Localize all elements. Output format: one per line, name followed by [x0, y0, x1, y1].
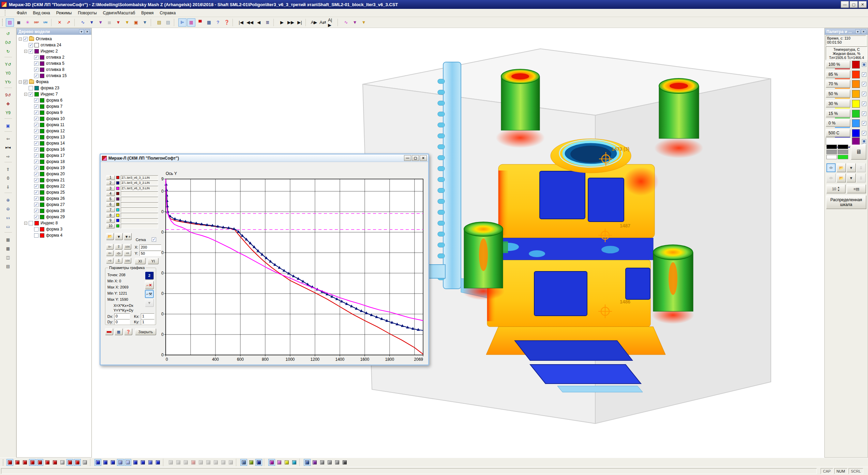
legend-file-field[interactable]	[121, 218, 158, 223]
viewport-3d[interactable]: 1473 (3)14871486 Мираж-Л (СКМ ЛП "Полиго…	[92, 28, 824, 458]
scene-object-toggle-icon[interactable]	[283, 459, 290, 466]
chart-minimize-button[interactable]: —	[404, 155, 411, 161]
move-xyz-icon[interactable]: ✥	[4, 100, 12, 108]
tree-item-row[interactable]: ✓отливка 8	[17, 66, 91, 73]
tree-checkbox[interactable]: ✓	[34, 147, 39, 152]
tree-checkbox[interactable]: ✓	[29, 49, 33, 54]
tree-checkbox[interactable]	[34, 233, 39, 238]
legend-file-field[interactable]	[121, 224, 158, 228]
fit-x-button[interactable]: XΙ	[135, 258, 146, 264]
palette-level-button[interactable]: 500 C	[826, 129, 850, 137]
palette-checkbox[interactable]: ✓	[862, 82, 866, 86]
scene-object-toggle-icon[interactable]	[240, 459, 247, 466]
scene-object-toggle-icon[interactable]	[51, 459, 58, 466]
tree-item-row[interactable]: ✓отливка 5	[17, 60, 91, 66]
legend-series-button[interactable]: 7	[106, 207, 115, 212]
save-curve-icon[interactable]: ▼	[351, 18, 359, 27]
rotate-90-icon[interactable]: 9↺	[4, 91, 12, 99]
palette-checkbox[interactable]: ✓	[862, 112, 866, 116]
menu-item-5[interactable]: Сдвиги/Масштаб	[100, 10, 138, 16]
legend-file-field[interactable]	[121, 213, 158, 218]
scene-object-toggle-icon[interactable]	[117, 459, 124, 466]
tree-checkbox[interactable]: ✓	[34, 184, 39, 189]
tree-checkbox[interactable]: ✓	[34, 190, 39, 195]
tree-item-row[interactable]: −Индекс 8	[17, 220, 91, 226]
scene-object-toggle-icon[interactable]	[291, 459, 298, 466]
tree-folder-row[interactable]: −✓Отливка	[17, 36, 91, 42]
ky-input[interactable]	[141, 319, 154, 325]
language-flag-button[interactable]	[105, 328, 113, 335]
scene-object-toggle-icon[interactable]	[220, 459, 227, 466]
legend-series-button[interactable]: 6	[106, 202, 115, 207]
tree-checkbox[interactable]	[29, 86, 33, 90]
tree-checkbox[interactable]: ✓	[29, 43, 33, 47]
tree-expand-icon[interactable]: −	[24, 50, 27, 53]
scene-object-toggle-icon[interactable]	[326, 459, 333, 466]
palette-checkbox[interactable]: ✓	[862, 121, 866, 125]
save-plus-icon[interactable]: ▼	[88, 18, 96, 27]
menu-item-2[interactable]: Вид окна	[30, 10, 53, 16]
tree-item-row[interactable]: ✓форма 14	[17, 140, 91, 146]
legend-series-button[interactable]: 8	[106, 213, 115, 218]
curve-plot-icon[interactable]: ∿	[79, 18, 87, 27]
scene-object-toggle-icon[interactable]	[197, 459, 204, 466]
legend-series-button[interactable]: 4	[106, 191, 115, 196]
palette-checkbox[interactable]: ✓	[862, 131, 866, 135]
quick-color-swatch[interactable]	[838, 150, 848, 154]
scene-object-toggle-icon[interactable]	[124, 459, 131, 466]
center-zero-icon[interactable]: ‹0›	[115, 250, 122, 256]
tree-item-row[interactable]: ✓форма 9	[17, 109, 91, 116]
palette-checkbox[interactable]	[862, 62, 866, 67]
scene-object-toggle-icon[interactable]	[276, 459, 283, 466]
legend-file-field[interactable]	[121, 202, 158, 207]
scene-object-toggle-icon[interactable]	[21, 459, 28, 466]
tree-checkbox[interactable]: ✓	[34, 196, 39, 201]
rotate-y-plus-icon[interactable]: Y↺	[4, 60, 12, 69]
kx-input[interactable]	[141, 313, 154, 319]
tree-item-row[interactable]: ✓отливка 2	[17, 54, 91, 60]
tree-folder-row[interactable]: −✓Форма	[17, 79, 91, 85]
save-palette2-button[interactable]: ▼	[847, 174, 856, 182]
tree-checkbox[interactable]: ✓	[34, 123, 39, 127]
legend-file-field[interactable]	[121, 191, 158, 196]
scale-x-zero-left-icon[interactable]: 0⌐	[106, 244, 114, 250]
view-split-icon[interactable]: ◫	[4, 253, 12, 262]
scene-object-toggle-icon[interactable]	[334, 459, 341, 466]
extra-level-checkbox[interactable]	[862, 139, 866, 144]
scene-object-toggle-icon[interactable]	[227, 459, 234, 466]
edit-axes-button[interactable]: ⌐⚒	[145, 290, 154, 298]
palette-level-button[interactable]: 85 %	[826, 71, 850, 78]
scene-object-toggle-icon[interactable]	[175, 459, 182, 466]
scene-object-toggle-icon[interactable]	[36, 459, 43, 466]
reset-palette-button[interactable]: ‹0›	[826, 163, 836, 172]
x-step-input[interactable]	[139, 244, 161, 250]
delete-arrow-icon[interactable]: ⇗	[64, 18, 73, 27]
tree-toggle-icon[interactable]: ⊫	[178, 18, 186, 27]
tree-item-row[interactable]: ✓форма 26	[17, 195, 91, 202]
tree-checkbox[interactable]: ✓	[23, 37, 28, 41]
tree-item-row[interactable]: форма 4	[17, 232, 91, 238]
minimize-button[interactable]: —	[841, 1, 849, 8]
scale-y-100-icon[interactable]: 100	[124, 244, 131, 250]
rotate-x-zero-icon[interactable]: 0↺	[4, 39, 12, 47]
calculator-button[interactable]: ▦	[115, 328, 123, 335]
quick-color-swatch[interactable]	[838, 155, 848, 159]
view-grid-icon[interactable]: ▦	[4, 236, 12, 244]
camera-save-icon[interactable]: ▼	[141, 18, 149, 27]
chart-window-titlebar[interactable]: Мираж-Л (СКМ ЛП "ПолигонСофт") — ▢ ✕	[101, 154, 428, 162]
tree-checkbox[interactable]: ✓	[34, 141, 39, 146]
time-first-icon[interactable]: |◀	[237, 18, 245, 27]
pan-left-icon[interactable]: ⇦	[106, 250, 114, 256]
auto-end-icon[interactable]: A|▶	[328, 18, 336, 27]
open-palette2-button[interactable]: 📂	[837, 174, 846, 182]
palette-level-button[interactable]: 100 %	[826, 61, 850, 68]
lock-icon[interactable]: ◼	[105, 18, 114, 27]
scene-object-toggle-icon[interactable]	[102, 459, 109, 466]
tree-item-row[interactable]: ✓форма 6	[17, 97, 91, 103]
scene-object-toggle-icon[interactable]	[44, 459, 51, 466]
scene-object-toggle-icon[interactable]	[167, 459, 174, 466]
palette-color-swatch[interactable]	[852, 90, 860, 98]
scene-object-toggle-icon[interactable]	[66, 459, 73, 466]
save-new-curve-button[interactable]: ▼+	[124, 233, 132, 240]
palette-color-swatch[interactable]	[852, 61, 860, 69]
